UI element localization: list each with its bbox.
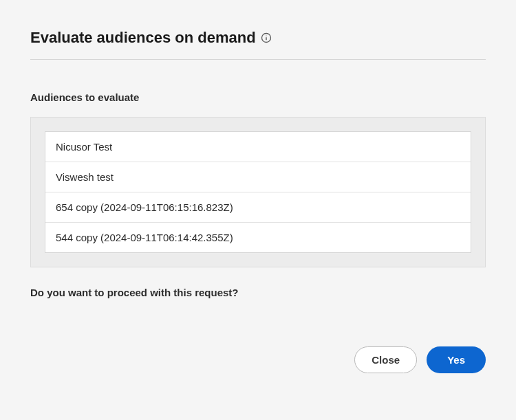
yes-button[interactable]: Yes xyxy=(427,346,486,373)
list-item: Viswesh test xyxy=(45,162,471,192)
divider xyxy=(30,59,486,60)
audiences-section-label: Audiences to evaluate xyxy=(30,91,486,103)
audiences-list: Nicusor Test Viswesh test 654 copy (2024… xyxy=(45,131,471,253)
close-button[interactable]: Close xyxy=(354,346,417,373)
info-icon[interactable] xyxy=(261,32,272,43)
list-item: 544 copy (2024-09-11T06:14:42.355Z) xyxy=(45,223,471,252)
svg-point-1 xyxy=(266,35,266,36)
confirm-question: Do you want to proceed with this request… xyxy=(30,287,486,298)
audiences-panel: Nicusor Test Viswesh test 654 copy (2024… xyxy=(30,117,486,267)
list-item: 654 copy (2024-09-11T06:15:16.823Z) xyxy=(45,192,471,223)
list-item: Nicusor Test xyxy=(45,132,471,162)
dialog-header: Evaluate audiences on demand xyxy=(30,29,486,47)
dialog-footer: Close Yes xyxy=(30,346,486,373)
dialog-title: Evaluate audiences on demand xyxy=(30,29,256,47)
